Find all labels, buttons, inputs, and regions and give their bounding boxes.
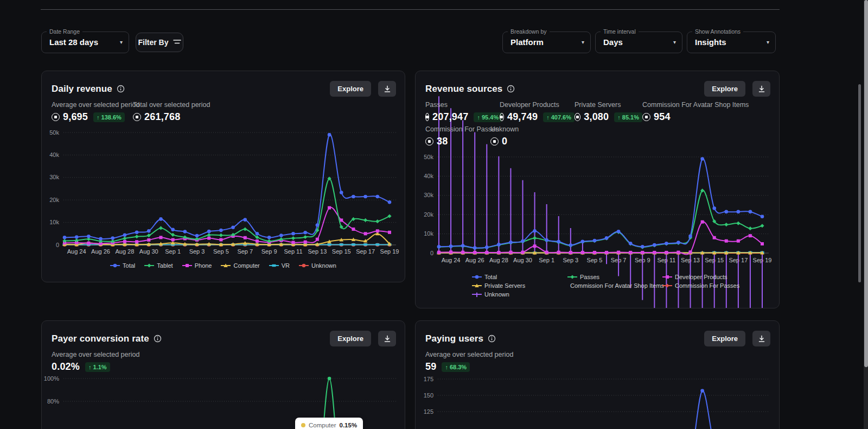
legend-item-vr[interactable]: VR: [269, 262, 290, 269]
stat-label: Average over selected period: [52, 101, 133, 109]
download-button[interactable]: [752, 81, 770, 97]
svg-text:Sep 3: Sep 3: [563, 257, 578, 263]
legend-item-total[interactable]: Total: [110, 262, 135, 269]
legend-item-tablet[interactable]: Tablet: [144, 262, 173, 269]
stat-value: 3,080: [584, 111, 609, 123]
svg-text:Sep 5: Sep 5: [587, 257, 603, 263]
page-scrollbar-track[interactable]: [864, 0, 868, 429]
explore-button[interactable]: Explore: [704, 81, 745, 97]
inner-scrollbar-thumb[interactable]: [858, 84, 861, 282]
stat-label: Average over selected period: [425, 351, 513, 358]
up-arrow-icon: ↑: [617, 114, 621, 121]
chevron-down-icon: ▾: [120, 39, 123, 45]
stat: Passes 207,947 ↑95.4%: [425, 101, 500, 123]
stat-value: 9,695: [63, 111, 88, 123]
stat-value: 0.02%: [52, 361, 80, 373]
legend-label: Unknown: [484, 291, 509, 298]
legend-marker-icon: [662, 283, 672, 288]
svg-text:40k: 40k: [49, 152, 59, 158]
legend-marker-icon: [299, 263, 309, 268]
legend-label: Unknown: [311, 262, 336, 269]
svg-text:Sep 3: Sep 3: [189, 248, 205, 255]
robux-icon: [52, 113, 60, 121]
card-title: Revenue sources: [425, 84, 502, 94]
legend-item-total[interactable]: Total: [472, 274, 567, 280]
top-divider: [41, 9, 780, 10]
card-title: Paying users: [425, 333, 483, 344]
robux-icon: [425, 113, 429, 121]
trend-badge: ↑68.3%: [442, 362, 470, 372]
trend-badge: ↑95.4%: [474, 112, 502, 122]
time-interval-label: Time interval: [601, 28, 639, 35]
svg-text:20k: 20k: [49, 197, 59, 203]
stat: Average over selected period 59 ↑68.3%: [425, 351, 513, 373]
show-annotations-label: Show Annotations: [692, 28, 743, 35]
chart-legend: TotalTabletPhoneComputerVRUnknown: [42, 262, 405, 269]
legend-label: Phone: [195, 262, 212, 269]
filter-by-button[interactable]: Filter By: [136, 33, 183, 52]
trend-badge: ↑138.6%: [93, 112, 125, 122]
svg-text:Sep 5: Sep 5: [213, 248, 229, 255]
explore-button[interactable]: Explore: [330, 331, 371, 346]
up-arrow-icon: ↑: [88, 364, 92, 370]
svg-text:175: 175: [424, 376, 433, 382]
legend-item-unknown[interactable]: Unknown: [299, 262, 336, 269]
svg-text:0: 0: [56, 242, 59, 248]
robux-icon: [425, 137, 433, 146]
tooltip-series-dot: [301, 423, 305, 427]
legend-marker-icon: [221, 263, 231, 268]
legend-marker-icon: [472, 274, 482, 280]
stat-value: 261,768: [144, 111, 180, 123]
svg-text:Aug 24: Aug 24: [442, 257, 461, 263]
stat-value: 59: [425, 361, 436, 373]
chevron-down-icon: ▾: [673, 39, 676, 45]
legend-label: Total: [484, 274, 497, 280]
explore-button[interactable]: Explore: [330, 81, 371, 97]
info-icon[interactable]: [154, 335, 162, 343]
legend-item-commission-for-avatar-shop-items[interactable]: Commission For Avatar Shop Items: [567, 282, 662, 289]
legend-item-phone[interactable]: Phone: [182, 262, 212, 269]
stat-value: 954: [654, 111, 671, 123]
stat: Total over selected period 261,768: [133, 101, 210, 123]
explore-button[interactable]: Explore: [704, 331, 745, 346]
svg-text:10k: 10k: [49, 219, 59, 225]
stat-value: 0: [502, 136, 507, 147]
svg-text:Sep 7: Sep 7: [237, 248, 253, 255]
legend-item-private-servers[interactable]: Private Servers: [472, 282, 567, 289]
info-icon[interactable]: [507, 85, 515, 93]
download-button[interactable]: [752, 331, 770, 346]
legend-item-computer[interactable]: Computer: [221, 262, 259, 269]
svg-text:Aug 28: Aug 28: [115, 248, 134, 255]
download-button[interactable]: [378, 81, 396, 97]
revenue-sources-card: Revenue sources Explore Passes 207,947 ↑…: [415, 71, 780, 308]
tooltip-series-value: 0.15%: [340, 422, 358, 428]
date-range-label: Date Range: [47, 28, 82, 35]
legend-item-unknown[interactable]: Unknown: [472, 291, 567, 298]
info-icon[interactable]: [488, 335, 496, 343]
legend-item-passes[interactable]: Passes: [567, 274, 662, 280]
svg-text:Aug 28: Aug 28: [489, 257, 508, 263]
legend-item-developer-products[interactable]: Developer Products: [662, 274, 739, 280]
show-annotations-select[interactable]: Show Annotations Insights ▾: [687, 31, 776, 53]
robux-icon: [642, 113, 650, 121]
page-scrollbar-thumb[interactable]: [864, 0, 868, 367]
svg-text:Sep 15: Sep 15: [332, 248, 351, 255]
breakdown-by-select[interactable]: Breakdown by Platform ▾: [502, 31, 591, 53]
stat-label: Average over selected period: [52, 351, 139, 358]
legend-marker-icon: [662, 274, 672, 280]
info-icon[interactable]: [117, 85, 125, 93]
svg-text:Sep 13: Sep 13: [308, 248, 327, 255]
stat-label: Unknown: [490, 125, 519, 133]
legend-marker-icon: [269, 263, 279, 268]
legend-item-commission-for-passes[interactable]: Commission For Passes: [662, 282, 739, 289]
svg-text:Aug 24: Aug 24: [67, 248, 86, 255]
payer-conversion-card: Payer conversion rate Explore Average ov…: [41, 320, 405, 429]
stat-value: 207,947: [432, 111, 468, 123]
svg-text:Sep 17: Sep 17: [356, 248, 375, 255]
breakdown-by-label: Breakdown by: [508, 28, 550, 35]
time-interval-select[interactable]: Time interval Days ▾: [595, 31, 682, 53]
stat: Commission For Avatar Shop Items 954: [642, 101, 749, 123]
download-button[interactable]: [378, 331, 396, 346]
svg-text:Aug 26: Aug 26: [91, 248, 110, 255]
date-range-select[interactable]: Date Range Last 28 days ▾: [41, 31, 129, 53]
